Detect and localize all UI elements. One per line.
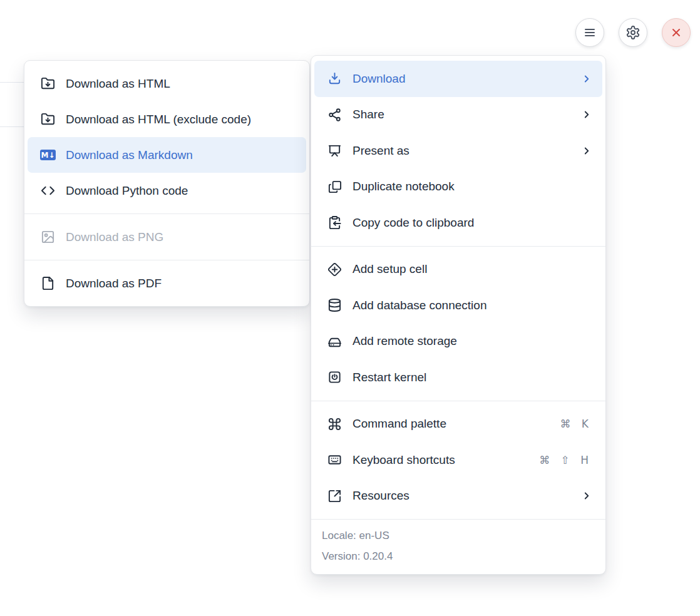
menu-item-copy-code-to-clipboard[interactable]: Copy code to clipboard xyxy=(314,205,602,241)
menu-item-download-python-code[interactable]: Download Python code xyxy=(28,173,306,208)
menu-item-label: Copy code to clipboard xyxy=(353,216,592,230)
menu-item-label: Duplicate notebook xyxy=(353,180,592,193)
menu-item-label: Download Python code xyxy=(66,184,296,198)
close-button[interactable] xyxy=(662,18,691,47)
menu-item-label: Download as HTML xyxy=(66,77,296,91)
copy-icon xyxy=(327,180,342,194)
menu-item-download-as-png: Download as PNG xyxy=(28,219,306,255)
version-text: Version: 0.20.4 xyxy=(322,546,595,567)
code-icon xyxy=(40,183,56,198)
database-icon xyxy=(327,298,342,312)
menu-item-download-as-html[interactable]: Download as HTML xyxy=(28,66,306,101)
clipboard-paste-icon xyxy=(327,215,342,230)
chevron-right-icon xyxy=(581,490,592,501)
image-icon xyxy=(40,230,56,244)
download-submenu-panel: Download as HTML Download as HTML (exclu… xyxy=(24,60,310,307)
menu-item-label: Resources xyxy=(353,489,571,503)
menu-item-add-setup-cell[interactable]: Add setup cell xyxy=(314,252,602,288)
shortcut-hint: ⌘ ⇧ H xyxy=(539,454,592,466)
menu-item-label: Keyboard shortcuts xyxy=(353,453,529,467)
command-icon xyxy=(327,417,342,431)
menu-item-label: Add setup cell xyxy=(353,262,592,276)
menu-button[interactable] xyxy=(575,18,604,47)
menu-group-3: Command palette ⌘ K Keyboard shortcuts ⌘… xyxy=(311,401,605,520)
menu-item-label: Download as PNG xyxy=(66,230,296,244)
notebook-menu-panel: Download Share Present as xyxy=(311,55,606,575)
menu-item-download-as-html-exclude-code[interactable]: Download as HTML (exclude code) xyxy=(28,101,306,137)
menu-item-keyboard-shortcuts[interactable]: Keyboard shortcuts ⌘ ⇧ H xyxy=(314,442,602,478)
menu-footer: Locale: en-US Version: 0.20.4 xyxy=(311,520,605,574)
external-link-icon xyxy=(327,489,342,503)
menu-item-label: Download as PDF xyxy=(66,277,296,290)
menu-item-label: Add remote storage xyxy=(353,334,592,348)
menu-item-label: Download as HTML (exclude code) xyxy=(66,113,296,126)
close-x-icon xyxy=(669,25,684,40)
keyboard-icon xyxy=(327,453,342,467)
settings-button[interactable] xyxy=(619,18,647,47)
menu-item-label: Download as Markdown xyxy=(66,148,296,162)
markdown-icon: M↓ xyxy=(40,148,56,162)
menu-item-download-as-markdown[interactable]: M↓ Download as Markdown xyxy=(28,137,306,173)
presentation-icon xyxy=(327,143,342,158)
menu-item-add-remote-storage[interactable]: Add remote storage xyxy=(314,324,602,360)
menu-item-label: Present as xyxy=(353,144,571,158)
menu-item-label: Restart kernel xyxy=(353,371,592,384)
folder-down-icon xyxy=(40,112,56,126)
shortcut-hint: ⌘ K xyxy=(560,418,592,430)
menu-item-restart-kernel[interactable]: Restart kernel xyxy=(314,359,602,396)
diamond-plus-icon xyxy=(327,262,342,277)
menu-item-command-palette[interactable]: Command palette ⌘ K xyxy=(314,406,602,443)
hamburger-icon xyxy=(582,25,597,40)
locale-text: Locale: en-US xyxy=(322,525,595,546)
menu-item-resources[interactable]: Resources xyxy=(314,478,602,515)
menu-item-share[interactable]: Share xyxy=(314,97,602,133)
chevron-right-icon xyxy=(581,109,592,120)
menu-item-label: Add database connection xyxy=(353,299,592,312)
submenu-group-2: Download as PNG xyxy=(24,214,309,260)
menu-item-download[interactable]: Download xyxy=(314,61,602,97)
folder-down-icon xyxy=(40,76,56,91)
file-icon xyxy=(40,276,56,290)
hard-drive-icon xyxy=(327,334,342,349)
download-icon xyxy=(327,71,342,86)
menu-item-download-as-pdf[interactable]: Download as PDF xyxy=(28,265,306,301)
square-power-icon xyxy=(327,370,342,384)
menu-item-present-as[interactable]: Present as xyxy=(314,133,602,169)
menu-group-1: Download Share Present as xyxy=(311,56,605,246)
menu-item-label: Download xyxy=(353,72,571,86)
markdown-badge: M↓ xyxy=(40,150,56,160)
chevron-right-icon xyxy=(581,145,592,157)
background-cell-border xyxy=(0,126,24,127)
gear-icon xyxy=(625,25,641,40)
background-cell-border xyxy=(0,82,24,83)
menu-item-add-database-connection[interactable]: Add database connection xyxy=(314,287,602,324)
chevron-right-icon xyxy=(581,73,592,85)
share-icon xyxy=(327,108,342,122)
notebook-action-toolbar xyxy=(575,18,691,47)
menu-item-label: Share xyxy=(353,108,571,121)
menu-item-label: Command palette xyxy=(353,417,550,431)
submenu-group-3: Download as PDF xyxy=(24,260,309,306)
submenu-group-1: Download as HTML Download as HTML (exclu… xyxy=(24,61,309,213)
menu-group-2: Add setup cell Add database connection A… xyxy=(311,247,605,401)
menu-item-duplicate-notebook[interactable]: Duplicate notebook xyxy=(314,169,602,205)
